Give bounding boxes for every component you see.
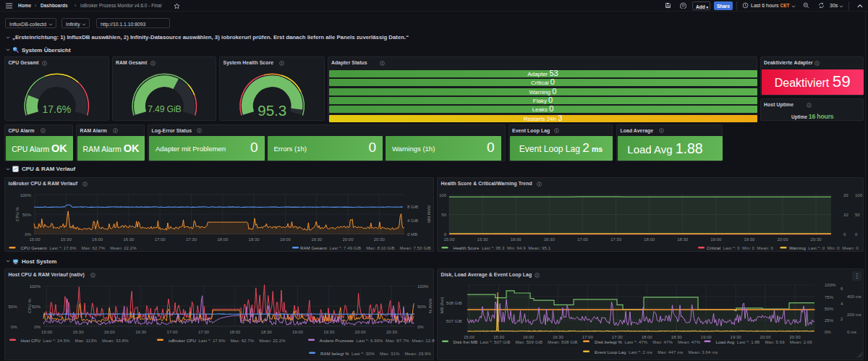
svg-text:0: 0 bbox=[855, 232, 858, 237]
svg-text:0%: 0% bbox=[25, 232, 31, 237]
svg-text:Andere Prozesse Last *: 6.90%: Andere Prozesse Last *: 6.90% Max: 87.7%… bbox=[320, 339, 435, 343]
svg-text:0 MB: 0 MB bbox=[407, 232, 417, 237]
svg-text:19:00: 19:00 bbox=[280, 237, 292, 241]
svg-text:15:00: 15:00 bbox=[443, 237, 455, 241]
svg-text:7.49 GiB: 7.49 GiB bbox=[148, 104, 181, 114]
svg-text:75%: 75% bbox=[825, 295, 834, 300]
svg-text:Load Avg Last *: 1.88 Max:: Load Avg Last *: 1.88 Max: 5.69 Mean: 2.… bbox=[716, 340, 813, 344]
svg-text:17:30: 17:30 bbox=[186, 237, 197, 241]
svg-text:Health Score Last *: 95.3 Mi: Health Score Last *: 95.3 Min: 94.9 Mean… bbox=[454, 246, 551, 250]
svg-text:25%: 25% bbox=[825, 318, 834, 323]
svg-text:16:30: 16:30 bbox=[135, 330, 147, 334]
svg-text:507 GiB: 507 GiB bbox=[446, 319, 462, 323]
svg-text:Event Loop Lag Last *: 2 ms: Event Loop Lag Last *: 2 ms Max: 447 ms … bbox=[595, 350, 718, 354]
svg-text:RAM MB: RAM MB bbox=[427, 205, 431, 223]
svg-text:50%: 50% bbox=[32, 305, 41, 309]
svg-text:Disk belegt % Last *: 47%: Disk belegt % Last *: 47% Max: 47% Mean:… bbox=[595, 340, 701, 344]
svg-text:0: 0 bbox=[444, 232, 447, 237]
svg-text:20:30: 20:30 bbox=[386, 330, 398, 334]
svg-text:19:30: 19:30 bbox=[744, 237, 755, 241]
svg-text:100%: 100% bbox=[825, 283, 836, 287]
svg-text:8 GiB: 8 GiB bbox=[407, 204, 418, 208]
svg-text:18:30: 18:30 bbox=[677, 237, 689, 241]
svg-text:18:30: 18:30 bbox=[249, 237, 260, 241]
svg-text:50: 50 bbox=[855, 213, 860, 217]
svg-text:Warning Last *: 0 Min: 0 Me: Warning Last *: 0 Min: 0 Mean: 0 bbox=[789, 246, 859, 250]
svg-text:20:00: 20:00 bbox=[355, 330, 367, 334]
svg-text:4 GiB: 4 GiB bbox=[407, 218, 418, 222]
svg-text:95.3: 95.3 bbox=[258, 102, 286, 119]
svg-text:50: 50 bbox=[441, 213, 446, 217]
svg-text:50%: 50% bbox=[417, 305, 427, 309]
svg-text:17:30: 17:30 bbox=[610, 237, 622, 241]
svg-text:18:00: 18:00 bbox=[642, 335, 653, 339]
svg-text:16:30: 16:30 bbox=[553, 335, 564, 339]
svg-text:16:30: 16:30 bbox=[123, 237, 135, 241]
svg-text:50%: 50% bbox=[825, 307, 834, 311]
svg-text:Disk frei MB Last *: 507 GiB: Disk frei MB Last *: 507 GiB Max: 509 Gi… bbox=[454, 340, 578, 344]
svg-text:2: 2 bbox=[841, 317, 843, 321]
svg-text:15:30: 15:30 bbox=[493, 335, 505, 339]
svg-text:20:00: 20:00 bbox=[342, 237, 354, 241]
svg-text:18:00: 18:00 bbox=[229, 330, 241, 334]
svg-text:100%: 100% bbox=[20, 192, 32, 197]
svg-text:16:00: 16:00 bbox=[523, 335, 535, 339]
svg-text:10: 10 bbox=[843, 213, 848, 217]
svg-text:17:00: 17:00 bbox=[582, 335, 594, 339]
svg-text:0%: 0% bbox=[825, 330, 831, 334]
svg-text:19:00: 19:00 bbox=[292, 330, 304, 334]
svg-text:RAM belegt % Last *: 30% M: RAM belegt % Last *: 30% Max: 31% Mean: … bbox=[320, 352, 432, 356]
svg-text:17.6%: 17.6% bbox=[42, 103, 71, 115]
svg-text:CPU Gesamt Last *: 17.6% M: CPU Gesamt Last *: 17.6% Max: 62.7% Mean… bbox=[21, 246, 137, 250]
svg-text:0%: 0% bbox=[417, 325, 424, 329]
svg-text:0%: 0% bbox=[34, 325, 41, 329]
svg-text:CPU %: CPU % bbox=[27, 299, 32, 313]
svg-text:15:30: 15:30 bbox=[61, 237, 72, 241]
svg-text:20:30: 20:30 bbox=[374, 237, 386, 241]
svg-text:19:30: 19:30 bbox=[311, 237, 323, 241]
svg-text:17:00: 17:00 bbox=[166, 330, 178, 334]
svg-text:20:30: 20:30 bbox=[811, 237, 822, 241]
svg-text:18:30: 18:30 bbox=[671, 335, 683, 339]
svg-text:508 GiB: 508 GiB bbox=[446, 301, 462, 305]
svg-text:50%: 50% bbox=[8, 305, 17, 309]
svg-text:20:00: 20:00 bbox=[760, 335, 771, 339]
svg-text:16:00: 16:00 bbox=[92, 237, 103, 241]
svg-text:15:30: 15:30 bbox=[477, 237, 489, 241]
svg-text:RAM Gesamt Last *: 7.49 GiB: RAM Gesamt Last *: 7.49 GiB Max: 8.10 Gi… bbox=[300, 246, 431, 250]
svg-text:400 ms: 400 ms bbox=[847, 294, 861, 299]
svg-text:6: 6 bbox=[841, 286, 843, 291]
svg-text:50%: 50% bbox=[22, 212, 32, 216]
svg-text:19:00: 19:00 bbox=[710, 237, 722, 241]
svg-text:15:00: 15:00 bbox=[29, 237, 41, 241]
svg-text:100: 100 bbox=[855, 193, 863, 198]
svg-text:20:00: 20:00 bbox=[777, 237, 788, 241]
svg-text:20: 20 bbox=[843, 193, 848, 198]
svg-text:20:30: 20:30 bbox=[789, 335, 801, 339]
svg-text:17:00: 17:00 bbox=[155, 237, 166, 241]
svg-text:19:00: 19:00 bbox=[701, 335, 712, 339]
svg-text:Critical Last *: 0 Min: 0 M: Critical Last *: 0 Min: 0 Mean: 0 bbox=[707, 246, 774, 250]
svg-text:17:00: 17:00 bbox=[577, 237, 589, 241]
svg-text:17:30: 17:30 bbox=[612, 335, 624, 339]
svg-text:0: 0 bbox=[843, 232, 846, 237]
svg-text:18:00: 18:00 bbox=[217, 237, 229, 241]
svg-text:18:00: 18:00 bbox=[644, 237, 655, 241]
svg-text:100%: 100% bbox=[30, 284, 41, 289]
svg-text:200 ms: 200 ms bbox=[847, 313, 861, 317]
svg-text:17:30: 17:30 bbox=[198, 330, 210, 334]
svg-text:0 ms: 0 ms bbox=[847, 330, 856, 334]
svg-text:4: 4 bbox=[841, 302, 843, 306]
svg-text:CPU %: CPU % bbox=[15, 206, 20, 221]
svg-text:16:30: 16:30 bbox=[544, 237, 556, 241]
svg-text:15:00: 15:00 bbox=[464, 335, 475, 339]
svg-text:Host CPU Last *: 24.5% Max: Host CPU Last *: 24.5% Max: 113% Mean: 3… bbox=[21, 339, 129, 343]
svg-text:100%: 100% bbox=[417, 284, 429, 289]
svg-text:18:30: 18:30 bbox=[261, 330, 273, 334]
svg-text:0%: 0% bbox=[11, 325, 17, 329]
svg-text:RAM %: RAM % bbox=[428, 299, 433, 314]
svg-text:15:30: 15:30 bbox=[72, 330, 84, 334]
svg-text:ioBroker CPU Last *: 17.6%: ioBroker CPU Last *: 17.6% Max: 62.7% Me… bbox=[169, 339, 286, 343]
svg-text:19:30: 19:30 bbox=[731, 335, 742, 339]
svg-text:100: 100 bbox=[439, 193, 447, 198]
